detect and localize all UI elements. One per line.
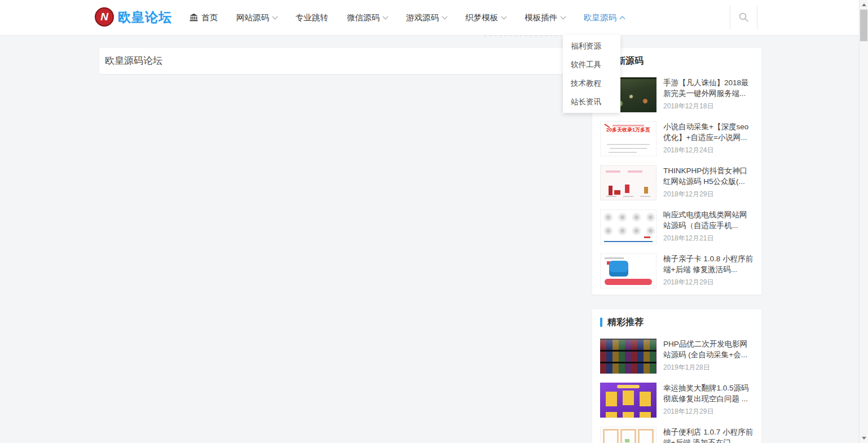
logo-text: 欧皇论坛 [118, 8, 172, 26]
nav-item[interactable]: 首页 [190, 12, 218, 23]
nav-item[interactable]: 微信源码 [347, 12, 387, 23]
page-title: 欧皇源码论坛 [99, 48, 582, 74]
chevron-down-icon [561, 14, 566, 20]
article-thumbnail [600, 383, 656, 418]
heading-accent-bar [600, 318, 602, 327]
article-meta: 幸运抽奖大翻牌1.0.5源码彻底修复出现空白问题 ... 2018年12月29日 [663, 383, 754, 418]
home-bank-icon [190, 14, 198, 21]
browser-scrollbar[interactable] [859, 0, 868, 443]
article-meta: PHP品优二次开发电影网站源码 (全自动采集+会... 2019年1月28日 [663, 339, 754, 374]
article-meta: 柚子便利店 1.0.7 小程序前端+后端 添加不在门... [663, 427, 754, 443]
article-title: 柚子亲子卡 1.0.8 小程序前端+后端 修复激活码... [663, 253, 754, 275]
article-item[interactable]: THINKPHP仿抖音女神口红网站源码 H5公众版(... 2018年12月29… [600, 165, 754, 200]
nav-item-label: 游戏源码 [406, 12, 439, 23]
search-icon [738, 12, 750, 23]
site-header: N 欧皇论坛 首页 [0, 0, 868, 36]
article-thumbnail [600, 427, 656, 443]
nav-item-label: 微信源码 [347, 12, 380, 23]
latest-article-list: 手游【凡人诛仙】2018最新完美一键外网服务端... 2018年12月18日 2… [600, 77, 754, 288]
section-heading-text: 精彩推荐 [607, 316, 644, 328]
article-meta: 柚子亲子卡 1.0.8 小程序前端+后端 修复激活码... 2018年12月29… [663, 253, 754, 288]
article-meta: THINKPHP仿抖音女神口红网站源码 H5公众版(... 2018年12月29… [663, 165, 754, 200]
chevron-down-icon [620, 16, 625, 21]
nav-item[interactable]: 网站源码 [236, 12, 277, 23]
dropdown-menu-item[interactable]: 站长资讯 [563, 93, 620, 111]
article-meta: 小说自动采集+【深度seo优化】+自适应=小说网... 2018年12月24日 [663, 121, 754, 156]
article-title: PHP品优二次开发电影网站源码 (全自动采集+会... [663, 339, 754, 360]
article-date: 2019年1月28日 [663, 363, 754, 372]
article-date: 2018年12月29日 [663, 190, 754, 199]
article-meta: 响应式电缆电线类网站网站源码（自适应手机... 2018年12月21日 [663, 209, 754, 244]
nav-item[interactable]: 织梦模板 [465, 12, 506, 23]
main-nav: 首页 网站源码 [190, 0, 624, 35]
nav-item[interactable]: 欧皇源码 [584, 12, 624, 23]
article-date: 2018年12月21日 [663, 234, 754, 243]
article-thumbnail [600, 339, 656, 374]
nav-item-label: 模板插件 [525, 12, 557, 23]
article-thumbnail [600, 165, 656, 200]
logo-icon: N [95, 7, 114, 27]
chevron-down-icon [442, 14, 448, 20]
nav-item-label: 网站源码 [236, 12, 269, 23]
main-content-card: 欧皇源码论坛 [99, 48, 582, 74]
page: N 欧皇论坛 首页 [0, 0, 868, 443]
nav-dropdown-menu: 福利资源 软件工具 技术教程 站长资讯 [563, 35, 620, 113]
article-title: 小说自动采集+【深度seo优化】+自适应=小说网... [663, 121, 754, 143]
nav-item[interactable]: 模板插件 [525, 12, 565, 23]
article-date: 2018年12月24日 [663, 146, 754, 155]
sidebar-section-featured: 精彩推荐 PHP品优二次开发电影网站源码 (全自动采集+会... 2019年1月… [592, 309, 761, 443]
article-date: 2018年12月29日 [663, 407, 754, 416]
article-thumbnail [600, 253, 656, 288]
scrollbar-thumb[interactable] [860, 10, 867, 41]
article-thumbnail [600, 209, 656, 244]
section-heading-latest: 最新源码 [600, 55, 754, 67]
dropdown-menu-item[interactable]: 软件工具 [563, 55, 620, 74]
dropdown-menu-item[interactable]: 技术教程 [563, 74, 620, 93]
article-date: 2018年12月29日 [663, 278, 754, 287]
site-logo[interactable]: N 欧皇论坛 [95, 7, 172, 27]
nav-item[interactable]: 专业跳转 [296, 12, 328, 23]
article-item[interactable]: 20多天收录1万多页 小说自动采集+【深度seo优化】+自适应=小说网... 2… [600, 121, 754, 156]
nav-item-label: 专业跳转 [296, 12, 328, 23]
thumbnail-text: 20多天收录1万多页 [600, 126, 656, 134]
chevron-down-icon [383, 14, 389, 20]
article-item[interactable]: 幸运抽奖大翻牌1.0.5源码彻底修复出现空白问题 ... 2018年12月29日 [600, 383, 754, 418]
article-item[interactable]: 柚子便利店 1.0.7 小程序前端+后端 添加不在门... [600, 427, 754, 443]
nav-item-label: 欧皇源码 [584, 12, 616, 23]
nav-item[interactable]: 游戏源码 [406, 12, 447, 23]
article-date: 2018年12月18日 [663, 102, 754, 111]
article-title: 幸运抽奖大翻牌1.0.5源码彻底修复出现空白问题 ... [663, 383, 754, 404]
article-item[interactable]: PHP品优二次开发电影网站源码 (全自动采集+会... 2019年1月28日 [600, 339, 754, 374]
article-title: 响应式电缆电线类网站网站源码（自适应手机... [663, 209, 754, 231]
article-meta: 手游【凡人诛仙】2018最新完美一键外网服务端... 2018年12月18日 [663, 77, 754, 112]
scrollbar-down-arrow[interactable] [862, 437, 866, 440]
search-button[interactable] [730, 6, 757, 29]
scrollbar-up-arrow[interactable] [862, 3, 866, 6]
article-item[interactable]: 柚子亲子卡 1.0.8 小程序前端+后端 修复激活码... 2018年12月29… [600, 253, 754, 288]
section-heading-featured: 精彩推荐 [600, 316, 754, 328]
chevron-down-icon [501, 14, 507, 20]
nav-item-label: 织梦模板 [465, 12, 498, 23]
article-item[interactable]: 响应式电缆电线类网站网站源码（自适应手机... 2018年12月21日 [600, 209, 754, 244]
chevron-down-icon [272, 14, 278, 20]
article-title: THINKPHP仿抖音女神口红网站源码 H5公众版(... [663, 165, 754, 187]
article-item[interactable]: 手游【凡人诛仙】2018最新完美一键外网服务端... 2018年12月18日 [600, 77, 754, 112]
article-title: 柚子便利店 1.0.7 小程序前端+后端 添加不在门... [663, 427, 754, 443]
article-thumbnail: 20多天收录1万多页 [600, 121, 656, 156]
article-title: 手游【凡人诛仙】2018最新完美一键外网服务端... [663, 77, 754, 99]
dropdown-menu-item[interactable]: 福利资源 [563, 37, 620, 55]
featured-article-list: PHP品优二次开发电影网站源码 (全自动采集+会... 2019年1月28日 幸… [600, 339, 754, 443]
nav-item-label: 首页 [201, 12, 218, 23]
